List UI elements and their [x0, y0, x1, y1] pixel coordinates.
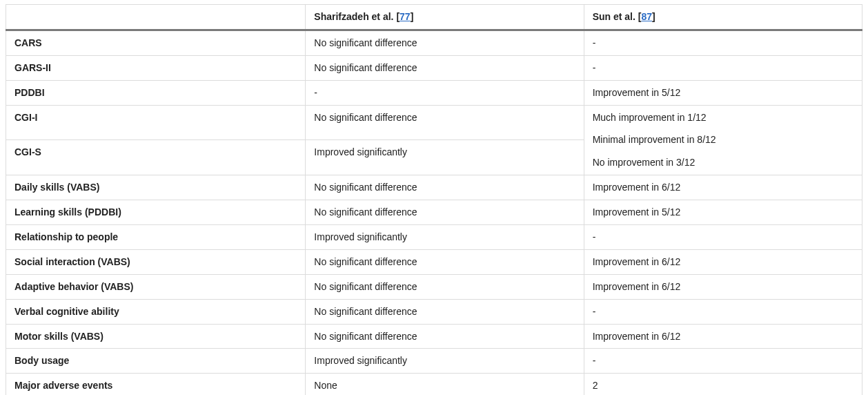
cell: -: [306, 80, 584, 105]
cell: Improved significantly: [306, 140, 584, 175]
author-a: Sharifzadeh et al.: [314, 11, 393, 22]
ref-link-a[interactable]: 77: [400, 11, 411, 22]
cell: No significant difference: [306, 299, 584, 324]
table-row: Relationship to people Improved signific…: [6, 225, 862, 250]
table-row: Daily skills (VABS) No significant diffe…: [6, 175, 862, 200]
cell: No significant difference: [306, 324, 584, 349]
table-row: CGI-I No significant difference Much imp…: [6, 105, 862, 140]
row-label: CGI-S: [6, 140, 306, 175]
cell: No significant difference: [306, 55, 584, 80]
row-label: Relationship to people: [6, 225, 306, 250]
cell: -: [584, 225, 862, 250]
row-label: PDDBI: [6, 80, 306, 105]
comparison-table: Sharifzadeh et al. [77] Sun et al. [87] …: [6, 4, 862, 395]
cell: 2: [584, 374, 862, 395]
table-header-row: Sharifzadeh et al. [77] Sun et al. [87]: [6, 5, 862, 30]
row-label: GARS-II: [6, 55, 306, 80]
row-label: Verbal cognitive ability: [6, 299, 306, 324]
header-blank: [6, 5, 306, 30]
cell: Improvement in 6/12: [584, 274, 862, 299]
table-row: Body usage Improved significantly -: [6, 349, 862, 374]
table-row: Adaptive behavior (VABS) No significant …: [6, 274, 862, 299]
cell: -: [584, 349, 862, 374]
row-label: Major adverse events: [6, 374, 306, 395]
cell-line: Minimal improvement in 8/12: [593, 133, 855, 146]
author-b: Sun et al.: [593, 11, 635, 22]
row-label: Body usage: [6, 349, 306, 374]
row-label: Adaptive behavior (VABS): [6, 274, 306, 299]
table-row: GARS-II No significant difference -: [6, 55, 862, 80]
row-label: Social interaction (VABS): [6, 249, 306, 274]
cell: No significant difference: [306, 200, 584, 225]
cell: No significant difference: [306, 249, 584, 274]
cell: Improvement in 5/12: [584, 200, 862, 225]
cell: Improvement in 6/12: [584, 249, 862, 274]
table-row: PDDBI - Improvement in 5/12: [6, 80, 862, 105]
cell: None: [306, 374, 584, 395]
ref-link-b[interactable]: 87: [641, 11, 652, 22]
cell: Improved significantly: [306, 225, 584, 250]
cell-merged: Much improvement in 1/12 Minimal improve…: [584, 105, 862, 175]
cell: -: [584, 299, 862, 324]
cell: No significant difference: [306, 105, 584, 140]
cell: No significant difference: [306, 30, 584, 55]
row-label: CARS: [6, 30, 306, 55]
cell: -: [584, 55, 862, 80]
row-label: Learning skills (PDDBI): [6, 200, 306, 225]
header-col-b: Sun et al. [87]: [584, 5, 862, 30]
table-container: Sharifzadeh et al. [77] Sun et al. [87] …: [0, 0, 868, 395]
cell: Improvement in 5/12: [584, 80, 862, 105]
table-row: Verbal cognitive ability No significant …: [6, 299, 862, 324]
cell-line: Much improvement in 1/12: [593, 111, 855, 124]
table-row: Motor skills (VABS) No significant diffe…: [6, 324, 862, 349]
header-col-a: Sharifzadeh et al. [77]: [306, 5, 584, 30]
row-label: Motor skills (VABS): [6, 324, 306, 349]
row-label: CGI-I: [6, 105, 306, 140]
cell-line: No improvement in 3/12: [593, 156, 855, 169]
cell: Improvement in 6/12: [584, 175, 862, 200]
cell: No significant difference: [306, 175, 584, 200]
table-row: Social interaction (VABS) No significant…: [6, 249, 862, 274]
table-row: Major adverse events None 2: [6, 374, 862, 395]
row-label: Daily skills (VABS): [6, 175, 306, 200]
table-row: Learning skills (PDDBI) No significant d…: [6, 200, 862, 225]
table-row: CARS No significant difference -: [6, 30, 862, 55]
cell: -: [584, 30, 862, 55]
cell: No significant difference: [306, 274, 584, 299]
cell: Improved significantly: [306, 349, 584, 374]
cell: Improvement in 6/12: [584, 324, 862, 349]
